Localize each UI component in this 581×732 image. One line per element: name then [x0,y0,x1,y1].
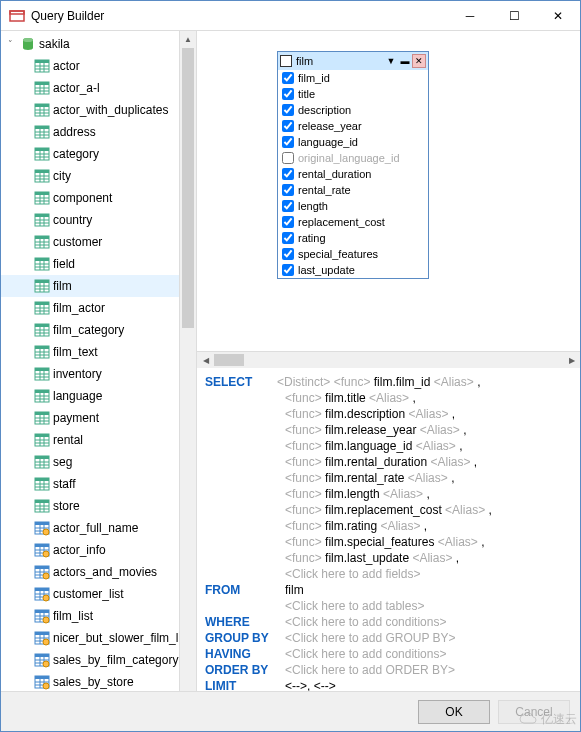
tree-table-actor_info[interactable]: actor_info [1,539,179,561]
add-having-placeholder[interactable]: <Click here to add conditions> [285,646,446,662]
column-checkbox[interactable] [282,184,294,196]
table-panel-film[interactable]: film ▼ ▬ ✕ film_idtitledescriptionreleas… [277,51,429,279]
tree-table-address[interactable]: address [1,121,179,143]
func-placeholder[interactable]: <func> [334,375,371,389]
alias-placeholder[interactable]: <Alias> [408,407,448,421]
limit-value[interactable]: <-->, <--> [285,678,336,691]
tree-table-actor_a-l[interactable]: actor_a-l [1,77,179,99]
minimize-panel-icon[interactable]: ▬ [398,54,412,68]
add-fields-placeholder[interactable]: <Click here to add fields> [285,567,420,581]
ok-button[interactable]: OK [418,700,490,724]
collapse-icon[interactable]: ˅ [3,37,17,51]
func-placeholder[interactable]: <func> [285,407,322,421]
field-name[interactable]: film.rental_rate [325,471,404,485]
column-row-special_features[interactable]: special_features [278,246,428,262]
tree-table-store[interactable]: store [1,495,179,517]
column-checkbox[interactable] [282,248,294,260]
func-placeholder[interactable]: <func> [285,535,322,549]
canvas-scroll-right-icon[interactable]: ▶ [563,352,580,368]
tree-table-inventory[interactable]: inventory [1,363,179,385]
tree-table-actors_and_movies[interactable]: actors_and_movies [1,561,179,583]
field-name[interactable]: film.length [325,487,380,501]
column-checkbox[interactable] [282,120,294,132]
tree-table-category[interactable]: category [1,143,179,165]
canvas-scroll-left-icon[interactable]: ◀ [197,352,214,368]
sql-editor[interactable]: SELECT<Distinct> <func> film.film_id <Al… [197,368,580,691]
maximize-button[interactable]: ☐ [492,1,536,30]
column-row-title[interactable]: title [278,86,428,102]
tree-table-actor[interactable]: actor [1,55,179,77]
column-checkbox[interactable] [282,264,294,276]
column-checkbox[interactable] [282,104,294,116]
distinct-placeholder[interactable]: <Distinct> [277,375,330,389]
column-checkbox[interactable] [282,168,294,180]
canvas-hscroll-thumb[interactable] [214,354,244,366]
func-placeholder[interactable]: <func> [285,487,322,501]
alias-placeholder[interactable]: <Alias> [412,551,452,565]
func-placeholder[interactable]: <func> [285,423,322,437]
column-row-rental_duration[interactable]: rental_duration [278,166,428,182]
tree-table-film_actor[interactable]: film_actor [1,297,179,319]
alias-placeholder[interactable]: <Alias> [445,503,485,517]
column-checkbox[interactable] [282,72,294,84]
func-placeholder[interactable]: <func> [285,391,322,405]
alias-placeholder[interactable]: <Alias> [383,487,423,501]
tree-table-rental[interactable]: rental [1,429,179,451]
add-groupby-placeholder[interactable]: <Click here to add GROUP BY> [285,630,456,646]
alias-placeholder[interactable]: <Alias> [430,455,470,469]
query-canvas[interactable]: film ▼ ▬ ✕ film_idtitledescriptionreleas… [197,31,580,351]
tree-table-sales_by_store[interactable]: sales_by_store [1,671,179,691]
alias-placeholder[interactable]: <Alias> [438,535,478,549]
field-name[interactable]: film.rental_duration [325,455,427,469]
column-checkbox[interactable] [282,216,294,228]
column-row-original_language_id[interactable]: original_language_id [278,150,428,166]
table-select-all-checkbox[interactable] [280,55,292,67]
tree-table-actor_full_name[interactable]: actor_full_name [1,517,179,539]
field-name[interactable]: film.replacement_cost [325,503,442,517]
column-checkbox[interactable] [282,136,294,148]
field-name[interactable]: film.film_id [374,375,431,389]
tree-table-film_category[interactable]: film_category [1,319,179,341]
func-placeholder[interactable]: <func> [285,503,322,517]
tree-table-nicer_but_slower_film_list[interactable]: nicer_but_slower_film_list [1,627,179,649]
alias-placeholder[interactable]: <Alias> [420,423,460,437]
func-placeholder[interactable]: <func> [285,519,322,533]
alias-placeholder[interactable]: <Alias> [416,439,456,453]
close-panel-icon[interactable]: ✕ [412,54,426,68]
column-row-last_update[interactable]: last_update [278,262,428,278]
column-row-rental_rate[interactable]: rental_rate [278,182,428,198]
column-checkbox[interactable] [282,88,294,100]
field-name[interactable]: film.title [325,391,366,405]
tree-table-field[interactable]: field [1,253,179,275]
tree-database-sakila[interactable]: ˅sakila [1,33,179,55]
tree-table-language[interactable]: language [1,385,179,407]
add-conditions-placeholder[interactable]: <Click here to add conditions> [285,614,446,630]
column-checkbox[interactable] [282,200,294,212]
tree-table-actor_with_duplicates[interactable]: actor_with_duplicates [1,99,179,121]
tree-table-staff[interactable]: staff [1,473,179,495]
tree-table-payment[interactable]: payment [1,407,179,429]
tree-table-film[interactable]: film [1,275,179,297]
tree-table-city[interactable]: city [1,165,179,187]
field-name[interactable]: film.release_year [325,423,416,437]
alias-placeholder[interactable]: <Alias> [369,391,409,405]
tree-table-component[interactable]: component [1,187,179,209]
from-table[interactable]: film [285,582,304,598]
column-row-film_id[interactable]: film_id [278,70,428,86]
canvas-horizontal-scrollbar[interactable]: ◀ ▶ [197,351,580,368]
func-placeholder[interactable]: <func> [285,551,322,565]
field-name[interactable]: film.special_features [325,535,434,549]
add-tables-placeholder[interactable]: <Click here to add tables> [285,599,424,613]
column-row-language_id[interactable]: language_id [278,134,428,150]
func-placeholder[interactable]: <func> [285,439,322,453]
dropdown-icon[interactable]: ▼ [384,54,398,68]
scroll-up-icon[interactable]: ▲ [180,31,196,48]
column-row-length[interactable]: length [278,198,428,214]
column-row-rating[interactable]: rating [278,230,428,246]
tree-table-customer[interactable]: customer [1,231,179,253]
column-row-description[interactable]: description [278,102,428,118]
scroll-thumb[interactable] [182,48,194,328]
field-name[interactable]: film.last_update [325,551,409,565]
field-name[interactable]: film.description [325,407,405,421]
column-checkbox[interactable] [282,232,294,244]
